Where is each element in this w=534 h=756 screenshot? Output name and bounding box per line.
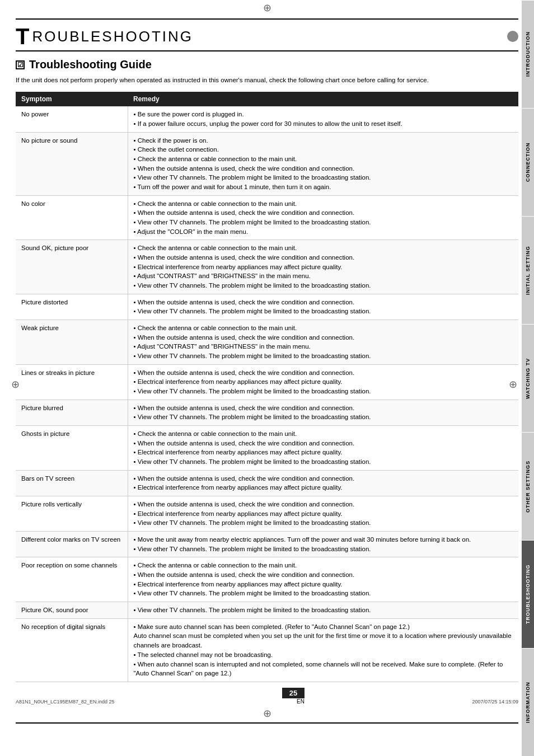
table-row: Weak picture• Check the antenna or cable… <box>16 320 518 365</box>
table-row: No picture or sound• Check if the power … <box>16 132 518 195</box>
symptom-cell: Lines or streaks in picture <box>16 364 128 400</box>
remedy-cell: • Be sure the power cord is plugged in.•… <box>128 106 518 132</box>
remedy-cell: • Check if the power is on.• Check the o… <box>128 132 518 195</box>
table-row: Sound OK, picture poor• Check the antenn… <box>16 240 518 294</box>
col-symptom: Symptom <box>16 92 128 106</box>
remedy-cell: • Check the antenna or cable connection … <box>128 195 518 240</box>
tab-introduction[interactable]: INTRODUCTION <box>522 0 534 108</box>
side-tabs: INTRODUCTION CONNECTION INITIAL SETTING … <box>522 0 534 756</box>
crosshair-right-icon: ⊕ <box>509 378 517 391</box>
remedy-cell: • Check the antenna or cable connection … <box>128 240 518 294</box>
symptom-cell: Bars on TV screen <box>16 470 128 496</box>
tab-initial-setting[interactable]: INITIAL SETTING <box>522 216 534 324</box>
bottom-border-line <box>16 722 518 724</box>
section-title: TROUBLESHOOTING <box>16 25 193 48</box>
tab-connection[interactable]: CONNECTION <box>522 108 534 216</box>
symptom-cell: Picture OK, sound poor <box>16 602 128 619</box>
symptom-cell: No color <box>16 195 128 240</box>
tab-troubleshooting[interactable]: TROUBLESHOOTING <box>522 540 534 648</box>
page-footer: A81N1_N0UH_LC195EM87_82_EN.indd 25 25 EN… <box>16 688 518 705</box>
remedy-cell: • When the outside antenna is used, chec… <box>128 294 518 320</box>
guide-subtitle: If the unit does not perform properly wh… <box>16 76 518 85</box>
table-row: No color• Check the antenna or cable con… <box>16 195 518 240</box>
table-header-row: Symptom Remedy <box>16 92 518 106</box>
table-row: Different color marks on TV screen• Move… <box>16 532 518 557</box>
table-row: Poor reception on some channels• Check t… <box>16 557 518 602</box>
remedy-cell: • When the outside antenna is used, chec… <box>128 470 518 496</box>
col-remedy: Remedy <box>128 92 518 106</box>
remedy-cell: • Move the unit away from nearby electri… <box>128 532 518 557</box>
crosshair-bottom-icon: ⊕ <box>0 707 534 720</box>
remedy-cell: • View other TV channels. The problem mi… <box>128 602 518 619</box>
table-row: Bars on TV screen• When the outside ante… <box>16 470 518 496</box>
remedy-cell: • When the outside antenna is used, chec… <box>128 400 518 425</box>
troubleshooting-table: Symptom Remedy No power• Be sure the pow… <box>16 92 518 682</box>
guide-title: ☑ Troubleshooting Guide <box>16 58 518 71</box>
table-row: No power• Be sure the power cord is plug… <box>16 106 518 132</box>
symptom-cell: No power <box>16 106 128 132</box>
symptom-cell: No picture or sound <box>16 132 128 195</box>
remedy-cell: • Make sure auto channel scan has been c… <box>128 618 518 682</box>
table-row: Lines or streaks in picture• When the ou… <box>16 364 518 400</box>
symptom-cell: Picture blurred <box>16 400 128 425</box>
symptom-cell: Poor reception on some channels <box>16 557 128 602</box>
footer-date-info: 2007/07/25 14:15:09 <box>472 699 518 705</box>
tab-other-settings[interactable]: OTHER SETTINGS <box>522 432 534 540</box>
crosshair-top-icon: ⊕ <box>0 3 534 13</box>
symptom-cell: No reception of digital signals <box>16 618 128 682</box>
page-lang: EN <box>282 698 305 705</box>
remedy-cell: • Check the antenna or cable connection … <box>128 426 518 471</box>
tab-information[interactable]: INFORMATION <box>522 648 534 756</box>
section-header-circle <box>507 31 518 42</box>
symptom-cell: Sound OK, picture poor <box>16 240 128 294</box>
table-row: Picture OK, sound poor• View other TV ch… <box>16 602 518 619</box>
table-row: Picture blurred• When the outside antenn… <box>16 400 518 425</box>
crosshair-left-icon: ⊕ <box>11 378 20 391</box>
symptom-cell: Ghosts in picture <box>16 426 128 471</box>
remedy-cell: • Check the antenna or cable connection … <box>128 557 518 602</box>
tab-watching-tv[interactable]: WATCHING TV <box>522 324 534 432</box>
table-row: Ghosts in picture• Check the antenna or … <box>16 426 518 471</box>
table-row: Picture rolls vertically• When the outsi… <box>16 496 518 532</box>
symptom-cell: Picture rolls vertically <box>16 496 128 532</box>
symptom-cell: Picture distorted <box>16 294 128 320</box>
section-header: TROUBLESHOOTING <box>16 25 518 51</box>
symptom-cell: Weak picture <box>16 320 128 365</box>
remedy-cell: • When the outside antenna is used, chec… <box>128 496 518 532</box>
table-row: Picture distorted• When the outside ante… <box>16 294 518 320</box>
page-number: 25 <box>282 688 305 698</box>
table-row: No reception of digital signals• Make su… <box>16 618 518 682</box>
top-border-line <box>16 18 518 20</box>
checkbox-icon: ☑ <box>16 60 25 69</box>
content-area: ☑ Troubleshooting Guide If the unit does… <box>16 58 518 682</box>
symptom-cell: Different color marks on TV screen <box>16 532 128 557</box>
footer-file-info: A81N1_N0UH_LC195EM87_82_EN.indd 25 <box>16 699 115 705</box>
remedy-cell: • Check the antenna or cable connection … <box>128 320 518 365</box>
remedy-cell: • When the outside antenna is used, chec… <box>128 364 518 400</box>
